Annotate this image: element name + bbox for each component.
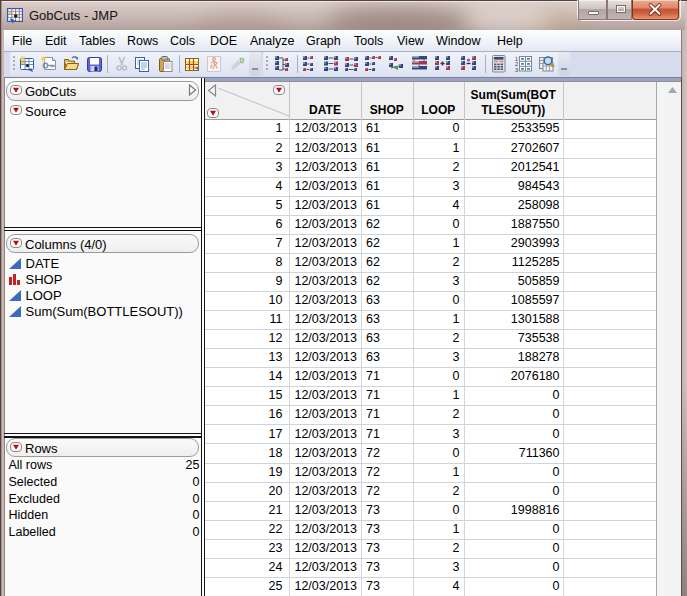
svg-text:3: 3 bbox=[515, 67, 518, 73]
